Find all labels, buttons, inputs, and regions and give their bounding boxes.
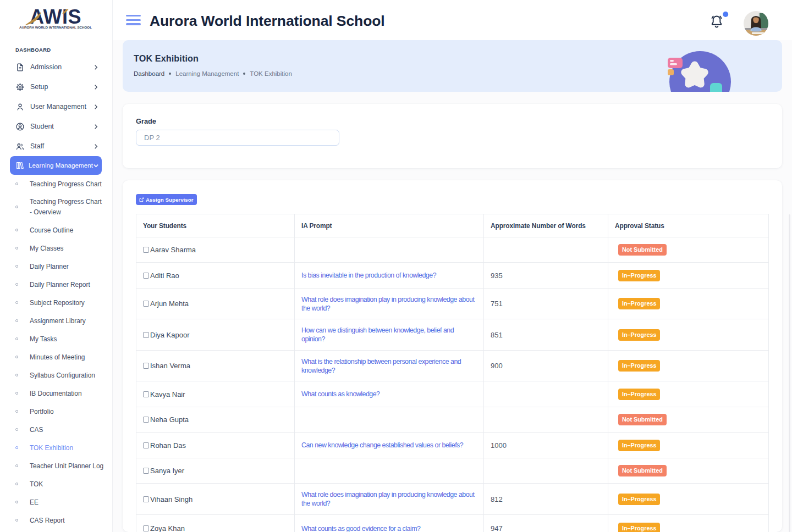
svg-text:AURORA WORLD INTERNATIONAL SCH: AURORA WORLD INTERNATIONAL SCHOOL xyxy=(19,25,92,29)
